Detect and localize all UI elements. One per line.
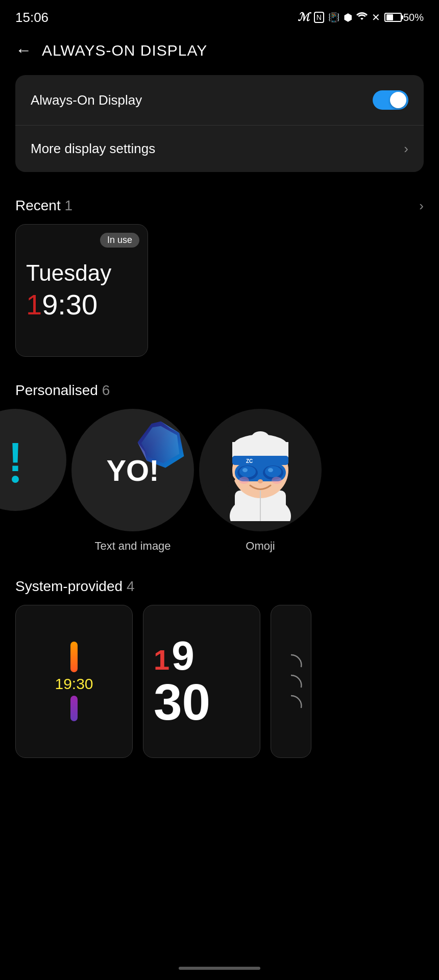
clock-day: Tuesday <box>26 260 137 286</box>
aod-toggle-row: Always-On Display <box>15 75 424 126</box>
personalised-item-yo[interactable]: YO! Text and image <box>71 409 194 553</box>
bar-bottom-segment <box>70 696 78 721</box>
split-clock: 1 9 30 <box>143 625 260 738</box>
nav-bar <box>0 919 439 980</box>
clock-card-recent[interactable]: In use Tuesday 19:30 <box>15 224 148 357</box>
svg-point-21 <box>239 477 249 484</box>
system-card-bar[interactable]: 19:30 <box>15 605 133 758</box>
system-card-partial[interactable] <box>271 605 311 758</box>
exclaim-dot <box>12 476 19 483</box>
battery-icon: 50% <box>384 12 424 23</box>
svg-point-17 <box>265 466 281 477</box>
omoji-item-label: Omoji <box>246 540 275 553</box>
system-section-header: System-provided 4 <box>0 573 439 605</box>
split-hour-white: 9 <box>172 635 194 676</box>
omoji-avatar-icon: ZC <box>209 419 311 521</box>
system-title: System-provided 4 <box>15 578 134 595</box>
svg-point-22 <box>272 477 282 484</box>
svg-point-20 <box>258 479 263 483</box>
bar-time-text: 19:30 <box>55 675 93 693</box>
recent-title: Recent 1 <box>15 198 72 214</box>
partial-clock-icon <box>276 651 306 712</box>
personalised-section: Personalised 6 ! <box>0 377 439 563</box>
svg-point-19 <box>268 468 273 472</box>
aod-toggle[interactable] <box>373 90 408 110</box>
system-section: System-provided 4 19:30 1 9 30 <box>0 573 439 758</box>
bar-clock: 19:30 <box>55 605 93 757</box>
yo-text: YO! <box>106 453 159 487</box>
chevron-right-icon: › <box>404 141 408 157</box>
more-settings-row[interactable]: More display settings › <box>15 126 424 172</box>
battery-percent: 50% <box>403 12 424 23</box>
yo-item-label: Text and image <box>94 540 170 553</box>
wifi-icon <box>356 12 368 23</box>
toggle-knob <box>390 92 406 108</box>
vibrate-icon: 📳 <box>328 12 339 23</box>
email-icon: ℳ <box>298 11 310 24</box>
personalised-items-row: ! <box>0 409 439 563</box>
svg-text:ZC: ZC <box>246 458 253 464</box>
svg-point-16 <box>239 466 256 477</box>
exclaim-mark: ! <box>9 437 22 478</box>
svg-rect-10 <box>232 456 288 465</box>
page-header: ← ALWAYS-ON DISPLAY <box>0 31 439 75</box>
system-cards-row: 19:30 1 9 30 <box>0 605 439 758</box>
recent-chevron-icon: › <box>419 198 424 214</box>
back-button[interactable]: ← <box>15 41 32 60</box>
personalised-header: Personalised 6 <box>0 377 439 409</box>
bluetooth-icon: ⬢ <box>344 11 352 23</box>
status-time: 15:06 <box>15 10 48 26</box>
split-hour-red: 1 <box>154 646 169 674</box>
status-bar: 15:06 ℳ N 📳 ⬢ ✕ 50% <box>0 0 439 31</box>
split-minutes: 30 <box>154 676 210 727</box>
system-card-split[interactable]: 1 9 30 <box>143 605 260 758</box>
svg-point-12 <box>251 431 270 446</box>
clock-time: 19:30 <box>26 288 137 321</box>
bar-top-segment <box>70 642 78 672</box>
clock-red-digit: 1 <box>26 288 42 321</box>
settings-card: Always-On Display More display settings … <box>15 75 424 172</box>
recent-preview: In use Tuesday 19:30 <box>15 224 424 357</box>
aod-label: Always-On Display <box>31 92 142 108</box>
more-settings-label: More display settings <box>31 141 155 157</box>
status-icons: ℳ N 📳 ⬢ ✕ 50% <box>298 11 424 24</box>
personalised-item-exclaim[interactable]: ! <box>0 409 66 553</box>
in-use-badge: In use <box>100 233 139 248</box>
svg-point-18 <box>242 468 248 472</box>
nfc-icon: N <box>314 12 324 23</box>
recent-section-header[interactable]: Recent 1 › <box>0 192 439 224</box>
personalised-title: Personalised 6 <box>15 382 110 399</box>
page-title: ALWAYS-ON DISPLAY <box>42 42 207 59</box>
nav-home-indicator <box>179 967 260 970</box>
personalised-item-omoji[interactable]: ZC <box>199 409 322 553</box>
close-icon: ✕ <box>372 11 380 23</box>
